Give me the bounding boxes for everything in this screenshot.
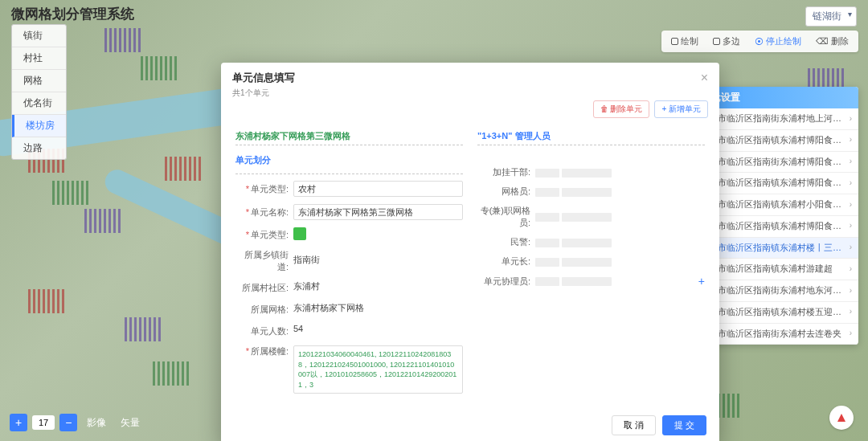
section-managers: "1+3+N" 管理人员 [477,128,705,145]
tool-draw[interactable]: 绘制 [666,34,703,49]
building-cluster [125,317,162,341]
layer-panel: 镇街 村社 网格 优名街 楼坊房 边路 [11,24,67,160]
field-label: 单元人数: [235,325,293,337]
unit-type-select[interactable]: 农村 [293,181,463,197]
field-label: 网格员: [477,186,535,198]
region-select-value: 链湖街 [813,10,841,22]
multi-value [535,212,705,223]
modal-title: 单元信息填写 [232,71,295,85]
chevron-right-icon: › [850,221,852,231]
chevron-right-icon: › [850,200,852,210]
building-cluster [165,157,202,181]
unit-item-label: 杭州市临沂区指南街东浦村博阳食品厂厂房01 [700,157,846,168]
modal-close-button[interactable]: × [701,71,708,85]
unit-item-label: 杭州市临沂区指南镇东浦村游建超 [700,263,846,275]
tool-delete[interactable]: ⌫删除 [811,34,854,49]
unit-assist-value [535,276,695,287]
compass-button[interactable] [829,406,854,430]
unit-item-label: 杭州市临沂区指南街东浦村地上河分校园 [700,113,846,125]
delete-icon: ⌫ [816,36,829,47]
unit-item-label: 杭州市临沂区指南街东浦村去连卷夹 [700,329,846,340]
unit-item-label: 杭州市临沂区指南镇东浦村小阳食品厂厂房04 [700,199,846,210]
unit-item-label: 杭州市临沂区指南镇东浦村博阳食品厂 [700,135,846,146]
village-value: 东浦村 [293,280,463,295]
building-cluster [84,209,121,233]
chevron-right-icon: › [850,178,852,189]
tool-label: 多边 [723,35,740,47]
chevron-right-icon: › [850,329,852,339]
cadre-value [535,167,705,178]
field-label: 单元类型: [235,183,293,195]
street-value: 指南街 [293,254,463,268]
tool-label: 绘制 [681,35,698,47]
grid-value: 东浦村杨家下网格 [293,302,463,316]
layer-tab[interactable]: 优名街 [12,92,66,115]
tool-polygon[interactable]: 多边 [708,34,745,49]
zoom-level: 17 [32,415,55,430]
unit-item-label: 杭州市临沂区指南镇东浦村楼丨三福尚用所 [700,243,846,254]
draw-toolbar: 绘制 多边 ⦿停止绘制 ⌫删除 [661,31,858,52]
field-label: 所属村社区: [235,282,293,294]
submit-button[interactable]: 提 交 [662,415,706,435]
building-cluster [104,28,141,52]
basemap-imagery[interactable]: 影像 [82,416,111,430]
field-label: 所属乡镇街道: [235,249,293,273]
section-unit-division: 单元划分 [235,152,463,169]
unit-item-label: 杭州市临沂区指南镇东浦村楼五迎建翰林 [700,307,846,318]
layer-tab[interactable]: 镇街 [12,25,66,47]
chevron-right-icon: › [850,307,852,317]
add-unit-button[interactable]: + 新增单元 [654,100,708,118]
zoom-controls: + 17 − 影像 矢量 [10,414,145,431]
field-label: 单元类型: [235,229,293,241]
building-codes-textarea[interactable]: 1201221034060040461, 1201221102420818038… [293,345,463,394]
unit-info-modal: 单元信息填写 共1个单元 × 🗑 删除单元 + 新增单元 东浦村杨家下网格第三微… [221,63,719,441]
chevron-right-icon: › [850,286,852,296]
basemap-vector[interactable]: 矢量 [116,416,145,430]
unit-name-input[interactable] [293,204,463,220]
building-cluster [141,56,178,80]
chevron-right-icon: › [850,243,852,253]
unit-item-label: 杭州市临沂区指南镇东浦村博阳食品厂厂房02 [700,178,846,189]
section-grid-name: 东浦村杨家下网格第三微网格 [235,128,463,145]
tool-pause[interactable]: ⦿停止绘制 [750,34,806,49]
zoom-in-button[interactable]: + [10,414,27,431]
field-label: 所属楼幢: [235,345,293,357]
cancel-button[interactable]: 取 消 [612,415,656,435]
tool-label: 删除 [831,35,849,47]
layer-tab[interactable]: 村社 [12,47,66,70]
population-value: 54 [293,324,463,338]
building-cluster [52,181,89,205]
field-label: 民警: [477,236,535,248]
layer-tab[interactable]: 边路 [12,137,66,159]
layer-tab[interactable]: 楼坊房 [12,115,66,137]
field-label: 单元名称: [235,206,293,218]
building-cluster [153,361,190,386]
chevron-right-icon: › [850,264,852,275]
chevron-right-icon: › [850,135,852,145]
add-assistant-button[interactable]: + [698,275,705,288]
building-cluster [28,289,65,313]
modal-subtitle: 共1个单元 [232,88,295,99]
delete-unit-button[interactable]: 🗑 删除单元 [593,100,650,118]
app-title: 微网格划分管理系统 [11,5,134,23]
grider-value [535,186,705,197]
category-tag-icon[interactable] [293,227,306,240]
tool-label: 停止绘制 [766,35,801,47]
field-label: 所属网格: [235,304,293,316]
polygon-icon [713,38,720,45]
chevron-right-icon: › [850,114,852,125]
zoom-out-button[interactable]: − [59,414,77,431]
field-label: 单元协理员: [477,276,535,288]
button-label: 删除单元 [610,104,642,113]
unit-item-label: 杭州市临沂区指南街东浦村地东河连水 [700,285,846,296]
region-select[interactable]: 链湖街 [805,6,857,27]
pause-icon: ⦿ [755,37,764,47]
field-label: 单元长: [477,255,535,267]
field-label: 专(兼)职网格员: [477,205,535,229]
layer-tab[interactable]: 网格 [12,70,66,92]
unit-item-label: 杭州市临沂区指南镇东浦村博阳食品厂厂房03 [700,221,846,232]
chevron-right-icon: › [850,157,852,167]
draw-icon [671,38,678,45]
unit-leader-value [535,256,705,267]
field-label: 加挂干部: [477,166,535,178]
